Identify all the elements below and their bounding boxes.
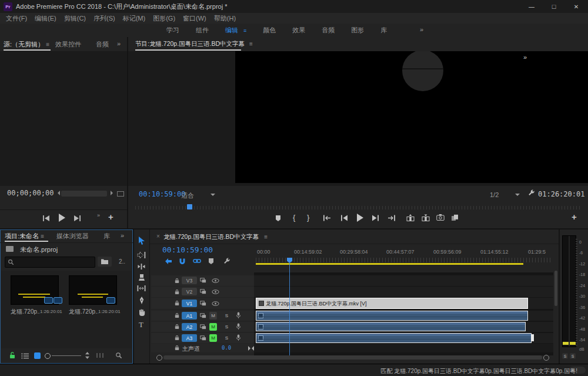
project-file-name[interactable]: 未命名.prproj <box>20 245 58 254</box>
search-bin-button[interactable] <box>98 257 112 267</box>
menu-marker[interactable]: 标记(M) <box>123 14 146 23</box>
solo-button-a1[interactable]: S <box>223 312 230 320</box>
menu-sequence[interactable]: 序列(S) <box>93 14 115 23</box>
lock-icon[interactable] <box>175 312 179 318</box>
snap-magnet-icon[interactable] <box>179 258 186 265</box>
tab-audio-mixer[interactable]: 音频 <box>96 40 109 49</box>
master-level-value[interactable]: 0.0 <box>222 345 231 351</box>
add-marker-icon[interactable] <box>208 258 214 265</box>
timeline-hscroll-right-handle[interactable] <box>543 355 549 361</box>
sequence-badge-icon[interactable] <box>106 297 115 304</box>
source-transport-overflow-icon[interactable]: » <box>97 212 100 218</box>
source-step-forward-button[interactable] <box>74 215 81 222</box>
razor-tool[interactable] <box>138 274 145 281</box>
sync-lock-icon[interactable] <box>200 324 206 330</box>
mark-out-button[interactable]: } <box>307 213 309 222</box>
tab-libraries[interactable]: 库 <box>103 232 110 241</box>
project-item-clip[interactable] <box>11 275 59 305</box>
track-target-v1[interactable]: V1 <box>182 300 197 307</box>
thumbnail-zoom-slider-track[interactable] <box>52 355 81 356</box>
workspace-tab-assembly[interactable]: 组件 <box>196 26 209 35</box>
comparison-view-button[interactable] <box>451 214 459 221</box>
linked-selection-icon[interactable] <box>193 258 201 264</box>
program-panel-menu-icon[interactable]: ≡ <box>249 41 253 47</box>
track-target-a2[interactable]: A2 <box>182 323 197 331</box>
extract-button[interactable] <box>422 214 430 221</box>
playback-resolution-select[interactable]: 1/2 <box>490 191 499 198</box>
playhead-line[interactable] <box>289 263 290 355</box>
timeline-settings-wrench-icon[interactable] <box>223 258 230 265</box>
workspace-tab-color[interactable]: 颜色 <box>263 26 276 35</box>
sync-lock-icon[interactable] <box>200 278 206 283</box>
menu-file[interactable]: 文件(F) <box>6 14 27 23</box>
list-view-button[interactable] <box>21 353 29 359</box>
track-target-v2[interactable]: V2 <box>182 288 197 295</box>
sync-lock-icon[interactable] <box>200 313 206 318</box>
workspace-tab-editing[interactable]: 编辑 ≡ <box>225 26 246 35</box>
menu-help[interactable]: 帮助(H) <box>214 14 236 23</box>
project-search-input[interactable] <box>16 257 95 267</box>
timeline-horizontal-scrollbar[interactable] <box>163 355 542 360</box>
fit-timeline-icon[interactable] <box>248 346 254 351</box>
audio-clip-a3[interactable] <box>256 333 532 343</box>
voiceover-mic-icon[interactable] <box>236 323 241 330</box>
track-lane-v2[interactable] <box>254 287 553 297</box>
mute-button-a2[interactable]: M <box>209 323 217 331</box>
track-target-a1[interactable]: A1 <box>182 312 197 320</box>
workspace-tab-libraries[interactable]: 库 <box>380 26 387 35</box>
selection-tool[interactable] <box>138 237 145 245</box>
source-play-button[interactable] <box>58 214 65 222</box>
program-scrub-playhead[interactable] <box>187 204 192 209</box>
tab-program-monitor[interactable]: 节目:龙猫.720p.国粤日三语.BD中文字幕 ≡ <box>135 40 253 48</box>
source-panel-menu-icon[interactable]: ≡ <box>46 41 49 48</box>
project-panel-menu-icon[interactable]: ≡ <box>41 233 44 239</box>
track-lane-master[interactable] <box>254 344 553 352</box>
solo-button-a2[interactable]: S <box>223 323 230 331</box>
solo-button-a3[interactable]: S <box>223 334 230 342</box>
mark-in-button[interactable]: { <box>293 213 295 222</box>
lock-icon[interactable] <box>175 289 179 295</box>
workspace-overflow-icon[interactable]: » <box>420 26 423 33</box>
sort-icon[interactable] <box>85 352 90 359</box>
source-timecode[interactable]: 00;00;00;00 <box>7 189 54 197</box>
program-scrub-bar[interactable] <box>135 206 582 209</box>
timeline-tab-close-icon[interactable]: × <box>156 233 160 239</box>
source-add-button[interactable]: + <box>108 212 113 222</box>
clip-video-badge-icon[interactable] <box>44 297 53 304</box>
source-zoom-right-icon[interactable] <box>111 191 115 195</box>
lock-icon[interactable] <box>175 324 179 330</box>
find-button[interactable] <box>115 352 122 359</box>
menu-edit[interactable]: 编辑(E) <box>35 14 56 23</box>
go-to-out-button[interactable] <box>387 215 396 221</box>
menu-graphics[interactable]: 图形(G) <box>153 14 175 23</box>
maximize-button[interactable]: □ <box>546 0 562 13</box>
automate-to-sequence-icon[interactable] <box>96 353 103 358</box>
play-button[interactable] <box>356 214 363 222</box>
clip-audio-badge-icon[interactable] <box>54 297 62 304</box>
step-back-button[interactable] <box>340 215 348 221</box>
hand-tool[interactable] <box>138 308 145 316</box>
program-timecode[interactable]: 00:10:59:00 <box>139 190 185 198</box>
type-tool[interactable]: T <box>139 320 143 330</box>
sync-lock-icon[interactable] <box>200 335 206 341</box>
lock-icon[interactable] <box>175 278 179 284</box>
video-clip-v1[interactable]: 龙猫.720p.国粤日三语.BD中文字幕.mkv [V] <box>256 298 528 309</box>
program-marker-button[interactable] <box>275 215 281 222</box>
icon-view-button[interactable] <box>34 352 41 359</box>
tab-sequence[interactable]: 龙猫.720p.国粤日三语.BD中文字幕 ≡ <box>163 233 268 241</box>
lock-icon[interactable] <box>175 300 179 306</box>
track-output-eye-icon[interactable] <box>212 301 219 306</box>
program-add-button[interactable]: + <box>572 212 577 222</box>
audio-clip-a2[interactable] <box>256 322 526 331</box>
track-target-v3[interactable]: V3 <box>182 277 197 284</box>
timeline-vertical-scrollbar[interactable] <box>554 271 557 306</box>
source-drag-icon[interactable] <box>117 191 124 197</box>
close-button[interactable]: ✕ <box>568 0 584 13</box>
timeline-panel-menu-icon[interactable]: ≡ <box>264 234 268 240</box>
workspace-tab-menu-icon[interactable]: ≡ <box>243 28 246 34</box>
source-zoom-left-icon[interactable] <box>55 191 60 195</box>
workspace-tab-effects[interactable]: 效果 <box>292 26 305 35</box>
lock-icon[interactable] <box>175 345 179 351</box>
source-tabs-overflow-icon[interactable]: » <box>117 40 121 47</box>
mute-button-a3[interactable]: M <box>209 334 217 342</box>
